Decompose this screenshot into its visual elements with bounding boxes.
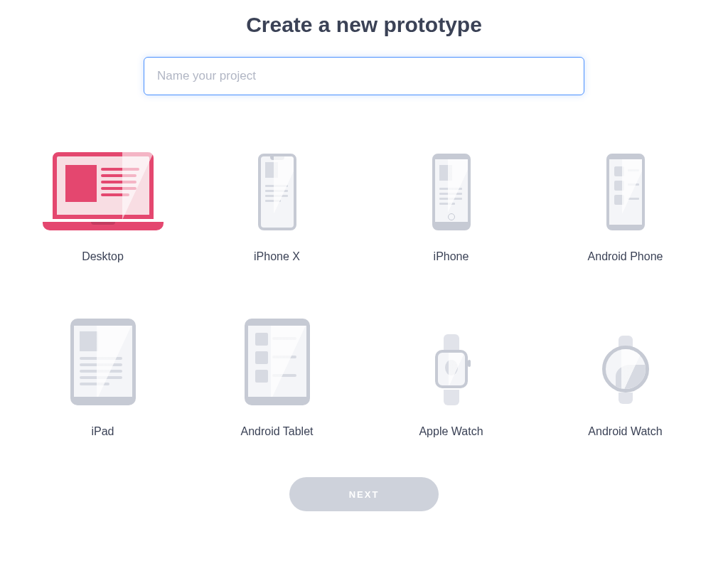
device-option-apple-watch[interactable]: Apple Watch [371, 313, 531, 438]
android-phone-icon [606, 145, 645, 230]
iphone-icon [432, 145, 471, 230]
ipad-icon [70, 313, 136, 405]
android-watch-icon [597, 313, 654, 405]
device-label: iPad [91, 425, 114, 438]
device-option-android-tablet[interactable]: Android Tablet [197, 313, 357, 438]
device-label: Android Phone [588, 250, 663, 263]
next-button[interactable]: NEXT [289, 477, 439, 511]
desktop-icon [43, 145, 164, 230]
device-label: iPhone [434, 250, 469, 263]
iphone-x-icon [258, 145, 296, 230]
device-label: Android Watch [588, 425, 662, 438]
device-label: Desktop [82, 250, 124, 263]
device-option-android-phone[interactable]: Android Phone [545, 145, 705, 263]
device-option-ipad[interactable]: iPad [23, 313, 183, 438]
device-label: Apple Watch [419, 425, 483, 438]
page-title: Create a new prototype [246, 13, 482, 37]
device-option-desktop[interactable]: Desktop [23, 145, 183, 263]
device-label: Android Tablet [241, 425, 314, 438]
device-option-android-watch[interactable]: Android Watch [545, 313, 705, 438]
device-label: iPhone X [254, 250, 300, 263]
android-tablet-icon [245, 313, 310, 405]
apple-watch-icon [430, 313, 473, 405]
device-grid: Desktop iPhone X iPhone [23, 145, 705, 438]
device-option-iphone[interactable]: iPhone [371, 145, 531, 263]
device-option-iphone-x[interactable]: iPhone X [197, 145, 357, 263]
project-name-input[interactable] [144, 57, 584, 95]
